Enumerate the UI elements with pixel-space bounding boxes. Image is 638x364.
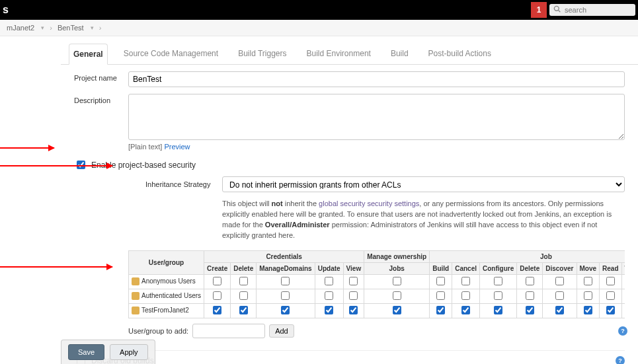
perm-checkbox[interactable] xyxy=(494,306,502,314)
preview-link[interactable]: Preview xyxy=(164,143,190,151)
config-tabs: General Source Code Management Build Tri… xyxy=(61,43,638,65)
perm-checkbox[interactable] xyxy=(239,291,248,300)
perm-checkbox[interactable] xyxy=(436,277,445,285)
perm-checkbox[interactable] xyxy=(239,306,248,314)
perm-checkbox[interactable] xyxy=(555,306,564,314)
svg-line-1 xyxy=(559,11,561,13)
search-box[interactable] xyxy=(549,4,635,16)
user-group-header: User/group xyxy=(129,250,204,274)
perm-checkbox[interactable] xyxy=(325,291,333,300)
description-label: Description xyxy=(74,94,128,104)
tab-env[interactable]: Build Environment xyxy=(303,44,375,65)
project-name-label: Project name xyxy=(74,71,128,82)
perm-checkbox[interactable] xyxy=(393,291,401,300)
permissions-table: User/groupCredentialsManage ownershipJob… xyxy=(128,250,625,318)
perm-col-header: Build xyxy=(430,262,452,274)
table-row: Authenticated Users xyxy=(129,289,625,303)
group-icon xyxy=(132,277,140,285)
help-icon[interactable]: ? xyxy=(618,326,627,336)
tab-triggers[interactable]: Build Triggers xyxy=(234,44,290,65)
perm-checkbox[interactable] xyxy=(281,291,290,300)
description-input[interactable] xyxy=(128,94,625,140)
inheritance-select[interactable]: Do not inherit permission grants from ot… xyxy=(222,176,625,192)
tab-general[interactable]: General xyxy=(69,44,108,65)
breadcrumb-item[interactable]: mJanet2 xyxy=(7,24,34,32)
add-user-input[interactable] xyxy=(192,324,265,338)
apply-button[interactable]: Apply xyxy=(110,344,148,360)
svg-point-0 xyxy=(554,6,559,11)
help-icon[interactable]: ? xyxy=(616,356,625,364)
perm-checkbox[interactable] xyxy=(606,306,615,314)
app-logo[interactable]: s xyxy=(0,4,9,16)
perm-checkbox[interactable] xyxy=(555,291,564,300)
perm-checkbox[interactable] xyxy=(436,291,445,300)
perm-col-header: Cancel xyxy=(452,262,480,274)
perm-group-header: Job xyxy=(430,250,625,262)
caret-down-icon[interactable]: ▾ xyxy=(41,24,44,31)
inheritance-description: This object will not inherit the global … xyxy=(222,199,625,241)
perm-checkbox[interactable] xyxy=(494,291,502,300)
add-user-label: User/group to add: xyxy=(128,327,188,335)
perm-checkbox[interactable] xyxy=(393,306,401,314)
breadcrumb-item[interactable]: BenTest xyxy=(58,24,84,32)
perm-checkbox[interactable] xyxy=(606,291,615,300)
perm-col-header: Delete xyxy=(231,262,257,274)
breadcrumb: mJanet2 ▾ › BenTest ▾ › xyxy=(0,20,638,36)
perm-checkbox[interactable] xyxy=(349,277,358,285)
user-group-cell: Anonymous Users xyxy=(129,274,204,289)
perm-checkbox[interactable] xyxy=(325,277,333,285)
perm-checkbox[interactable] xyxy=(494,277,502,285)
search-input[interactable] xyxy=(563,5,629,15)
breadcrumb-separator: › xyxy=(50,24,52,32)
topbar: s 1 xyxy=(0,0,638,20)
perm-checkbox[interactable] xyxy=(461,291,470,300)
perm-checkbox[interactable] xyxy=(461,277,470,285)
perm-checkbox[interactable] xyxy=(436,306,445,314)
perm-checkbox[interactable] xyxy=(213,277,221,285)
perm-checkbox[interactable] xyxy=(584,277,592,285)
notification-badge[interactable]: 1 xyxy=(531,2,547,18)
perm-checkbox[interactable] xyxy=(584,291,592,300)
perm-checkbox[interactable] xyxy=(239,277,248,285)
perm-col-header: Move xyxy=(577,262,600,274)
footer-buttons: Save Apply xyxy=(61,340,155,364)
inheritance-label: Inheritance Strategy xyxy=(145,180,217,188)
perm-checkbox[interactable] xyxy=(584,306,592,314)
perm-col-header: Delete xyxy=(517,262,543,274)
perm-col-header: Configure xyxy=(480,262,517,274)
perm-checkbox[interactable] xyxy=(281,277,290,285)
group-icon xyxy=(132,307,140,314)
perm-col-header: Workspace xyxy=(621,262,625,274)
plain-text-label: [Plain text] xyxy=(128,143,162,151)
perm-checkbox[interactable] xyxy=(325,306,333,314)
table-row: Anonymous Users xyxy=(129,274,625,289)
option-row: Discard old builds? xyxy=(74,350,625,364)
perm-checkbox[interactable] xyxy=(606,277,615,285)
tab-scm[interactable]: Source Code Management xyxy=(120,44,222,65)
perm-col-header: Update xyxy=(315,262,343,274)
perm-checkbox[interactable] xyxy=(393,277,401,285)
perm-checkbox[interactable] xyxy=(555,277,564,285)
perm-checkbox[interactable] xyxy=(349,291,358,300)
perm-checkbox[interactable] xyxy=(526,306,534,314)
perm-checkbox[interactable] xyxy=(281,306,290,314)
global-settings-link[interactable]: global security security settings xyxy=(319,200,419,207)
perm-checkbox[interactable] xyxy=(213,291,221,300)
save-button[interactable]: Save xyxy=(68,344,104,360)
perm-group-header: Manage ownership xyxy=(364,250,430,262)
perm-checkbox[interactable] xyxy=(526,291,534,300)
perm-checkbox[interactable] xyxy=(526,277,534,285)
table-row: TestFromJanet2 xyxy=(129,303,625,318)
add-user-button[interactable]: Add xyxy=(269,324,294,338)
perm-checkbox[interactable] xyxy=(213,306,221,314)
perm-col-header: View xyxy=(343,262,364,274)
group-icon xyxy=(132,292,140,300)
perm-col-header: Read xyxy=(600,262,621,274)
tab-build[interactable]: Build xyxy=(387,44,413,65)
project-name-input[interactable] xyxy=(128,71,625,87)
user-group-cell: Authenticated Users xyxy=(129,289,204,303)
tab-post[interactable]: Post-build Actions xyxy=(424,44,495,65)
perm-checkbox[interactable] xyxy=(461,306,470,314)
perm-checkbox[interactable] xyxy=(349,306,358,314)
caret-down-icon[interactable]: ▾ xyxy=(91,24,94,31)
